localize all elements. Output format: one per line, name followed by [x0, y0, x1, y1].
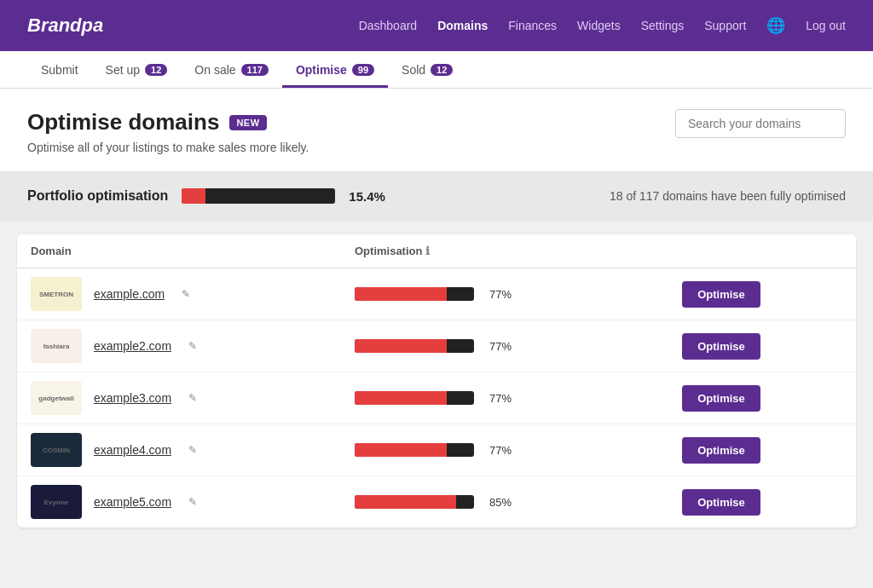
- optimise-button-4[interactable]: Optimise: [682, 489, 760, 516]
- domain-thumb-2: gadgetwall: [31, 381, 82, 415]
- domain-cell-1: fashiara example2.com ✎: [17, 320, 341, 372]
- opt-bar-wrap-2: [355, 391, 474, 405]
- domain-link-3[interactable]: example4.com: [94, 443, 171, 457]
- optimisation-cell-4: 85%: [341, 476, 668, 528]
- nav-widgets[interactable]: Widgets: [577, 19, 621, 32]
- main-nav: Dashboard Domains Finances Widgets Setti…: [359, 16, 846, 35]
- portfolio-left: Portfolio optimisation 15.4%: [27, 188, 385, 204]
- domain-link-0[interactable]: example.com: [94, 287, 165, 301]
- logout-button[interactable]: Log out: [806, 19, 846, 32]
- col-domain: Domain: [17, 234, 341, 268]
- tab-submit[interactable]: Submit: [27, 53, 92, 88]
- tabs-bar: Submit Set up 12 On sale 117 Optimise 99…: [0, 51, 873, 89]
- header: Brandpa Dashboard Domains Finances Widge…: [0, 0, 873, 51]
- opt-bar-wrap-1: [355, 339, 474, 353]
- domains-table-wrapper: Domain Optimisation ℹ SMETRON example.co…: [17, 234, 856, 527]
- setup-badge: 12: [145, 64, 167, 76]
- nav-settings[interactable]: Settings: [641, 19, 685, 32]
- col-optimisation: Optimisation ℹ: [341, 234, 668, 268]
- domain-link-1[interactable]: example2.com: [94, 339, 171, 353]
- domain-edit-icon-2[interactable]: ✎: [188, 392, 197, 404]
- opt-bar-wrap-4: [355, 495, 474, 509]
- opt-bar-fill-4: [355, 495, 456, 509]
- optimisation-info-icon[interactable]: ℹ: [425, 245, 430, 257]
- table-row: fashiara example2.com ✎ 77% Optimise: [17, 320, 856, 372]
- optimise-button-0[interactable]: Optimise: [682, 281, 760, 308]
- portfolio-label: Portfolio optimisation: [27, 188, 168, 204]
- portfolio-percent: 15.4%: [349, 189, 385, 204]
- domain-thumb-4: Evyone: [31, 485, 82, 519]
- portfolio-progress-fill: [182, 188, 205, 204]
- language-icon[interactable]: 🌐: [766, 16, 785, 35]
- action-cell-0: Optimise: [668, 268, 856, 320]
- nav-support[interactable]: Support: [704, 19, 746, 32]
- domain-edit-icon-1[interactable]: ✎: [188, 340, 197, 352]
- nav-finances[interactable]: Finances: [508, 19, 557, 32]
- domain-thumb-1: fashiara: [31, 329, 82, 363]
- table-row: gadgetwall example3.com ✎ 77% Optimise: [17, 372, 856, 424]
- optimisation-cell-3: 77%: [341, 424, 668, 476]
- portfolio-summary: 18 of 117 domains have been fully optimi…: [610, 189, 846, 203]
- domain-thumb-0: SMETRON: [31, 277, 82, 311]
- opt-bar-wrap-3: [355, 443, 474, 457]
- col-action: [668, 234, 856, 268]
- opt-pct-4: 85%: [483, 496, 512, 509]
- opt-pct-1: 77%: [483, 340, 512, 353]
- optimise-button-1[interactable]: Optimise: [682, 333, 760, 360]
- domain-cell-2: gadgetwall example3.com ✎: [17, 372, 341, 424]
- domain-link-2[interactable]: example3.com: [94, 391, 171, 405]
- optimise-button-2[interactable]: Optimise: [682, 385, 760, 412]
- opt-bar-fill-2: [355, 391, 447, 405]
- table-row: Evyone example5.com ✎ 85% Optimise: [17, 476, 856, 528]
- portfolio-section: Portfolio optimisation 15.4% 18 of 117 d…: [0, 171, 873, 221]
- action-cell-4: Optimise: [668, 476, 856, 528]
- domain-edit-icon-4[interactable]: ✎: [188, 496, 197, 508]
- domain-edit-icon-0[interactable]: ✎: [182, 288, 190, 300]
- action-cell-3: Optimise: [668, 424, 856, 476]
- opt-bar-fill-3: [355, 443, 447, 457]
- opt-bar-fill-1: [355, 339, 447, 353]
- tab-optimise[interactable]: Optimise 99: [282, 53, 388, 88]
- optimisation-cell-0: 77%: [341, 268, 668, 320]
- domain-cell-0: SMETRON example.com ✎: [17, 268, 341, 320]
- optimisation-cell-1: 77%: [341, 320, 668, 372]
- tab-onsale[interactable]: On sale 117: [181, 53, 282, 88]
- table-row: SMETRON example.com ✎ 77% Optimise: [17, 268, 856, 320]
- new-badge: NEW: [229, 115, 266, 130]
- domain-cell-4: Evyone example5.com ✎: [17, 476, 341, 528]
- domain-link-4[interactable]: example5.com: [94, 495, 171, 509]
- opt-pct-0: 77%: [483, 288, 512, 301]
- action-cell-2: Optimise: [668, 372, 856, 424]
- tab-setup[interactable]: Set up 12: [92, 53, 182, 88]
- portfolio-progress-bar: [182, 188, 335, 204]
- optimise-badge: 99: [352, 64, 374, 76]
- page-subtitle: Optimise all of your listings to make sa…: [27, 141, 309, 154]
- action-cell-1: Optimise: [668, 320, 856, 372]
- domains-table: Domain Optimisation ℹ SMETRON example.co…: [17, 234, 856, 527]
- table-row: COSMIN example4.com ✎ 77% Optimise: [17, 424, 856, 476]
- opt-pct-3: 77%: [483, 444, 512, 457]
- domain-thumb-3: COSMIN: [31, 433, 82, 467]
- nav-dashboard[interactable]: Dashboard: [359, 19, 418, 32]
- sold-badge: 12: [431, 64, 453, 76]
- logo: Brandpa: [27, 14, 103, 37]
- domain-cell-3: COSMIN example4.com ✎: [17, 424, 341, 476]
- nav-domains[interactable]: Domains: [437, 19, 488, 32]
- page-title: Optimise domains NEW: [27, 109, 309, 135]
- search-input[interactable]: [675, 109, 846, 138]
- tab-sold[interactable]: Sold 12: [388, 53, 466, 88]
- opt-bar-fill-0: [355, 287, 447, 301]
- page-title-area: Optimise domains NEW Optimise all of you…: [27, 109, 309, 154]
- onsale-badge: 117: [241, 64, 269, 76]
- optimisation-cell-2: 77%: [341, 372, 668, 424]
- page-header: Optimise domains NEW Optimise all of you…: [0, 89, 873, 171]
- domain-edit-icon-3[interactable]: ✎: [188, 444, 197, 456]
- opt-bar-wrap-0: [355, 287, 474, 301]
- optimise-button-3[interactable]: Optimise: [682, 437, 760, 464]
- opt-pct-2: 77%: [483, 392, 512, 405]
